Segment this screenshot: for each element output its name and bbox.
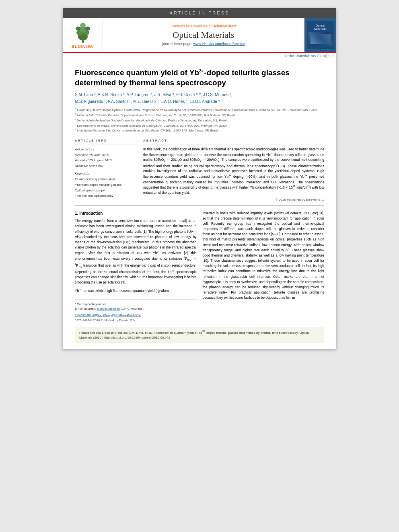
- elsevier-label: ELSEVIER: [72, 45, 93, 49]
- intro-para-2: Yb3+ ion can exhibit high fluorescence q…: [75, 288, 197, 294]
- email-link[interactable]: luishca@uems.br: [97, 307, 120, 310]
- sciencedirect-name: ScienceDirect: [213, 24, 237, 28]
- article-info-column: ARTICLE INFO Article history: Received 1…: [75, 139, 137, 201]
- keywords-list: Fluorescence quantum yield Ytterbium dop…: [75, 177, 137, 198]
- journal-meta: Optical Materials xxx (2016) 1–7: [63, 53, 336, 59]
- copyright-footer: 0925-3467/© 2016 Published by Elsevier B…: [75, 318, 197, 323]
- doi-line: http://dx.doi.org/10.1016/j.optmat.2016.…: [75, 312, 197, 317]
- article-history: Article history: Received 15 June 2016 A…: [75, 147, 137, 168]
- journal-header: ELSEVIER Contents lists available at Sci…: [63, 18, 336, 53]
- journal-name: Optical Materials: [173, 30, 234, 40]
- elsevier-logo-area: ELSEVIER: [63, 18, 103, 52]
- abstract-header: ABSTRACT: [143, 139, 324, 142]
- banner-text: ARTICLE IN PRESS: [170, 10, 230, 15]
- email-note: E-mail address: luishca@uems.br (L.H.C. …: [75, 306, 197, 311]
- article-info-divider: [75, 144, 137, 144]
- journal-thumbnail: Optical Materials: [304, 18, 336, 52]
- content-area: Fluorescence quantum yield of Yb3+-doped…: [63, 59, 336, 349]
- article-info-header: ARTICLE INFO: [75, 139, 137, 142]
- affiliations: a Grupo de Espectroscopia Óptica e Fotot…: [75, 107, 324, 133]
- abstract-text: In this work, the combination of three d…: [143, 147, 324, 195]
- article-title: Fluorescence quantum yield of Yb3+-doped…: [75, 68, 324, 88]
- sciencedirect-link: Contents lists available at ScienceDirec…: [171, 24, 237, 28]
- elsevier-tree-icon: [71, 21, 95, 43]
- intro-section-title: 1. Introduction: [75, 210, 197, 217]
- intro-para-1: The energy transfer from a sensitizer io…: [75, 218, 197, 285]
- journal-title-area: Contents lists available at ScienceDirec…: [103, 18, 304, 52]
- homepage-link[interactable]: www.elsevier.com/locate/optmat: [193, 42, 245, 46]
- corresponding-author-note: * Corresponding author.: [75, 302, 197, 307]
- svg-point-7: [80, 23, 86, 28]
- page: ARTICLE IN PRESS ELSEVIER Contents lists…: [63, 8, 336, 349]
- abstract-copyright: © 2016 Published by Elsevier B.V.: [143, 198, 324, 201]
- article-in-press-banner: ARTICLE IN PRESS: [63, 8, 336, 18]
- cite-bar: Please cite this article in press as: S.…: [75, 327, 324, 343]
- svg-point-6: [85, 27, 90, 31]
- footnote-area: * Corresponding author. E-mail address: …: [75, 300, 197, 323]
- journal-homepage: journal homepage: www.elsevier.com/locat…: [162, 42, 245, 46]
- abstract-column: ABSTRACT In this work, the combination o…: [143, 139, 324, 201]
- keywords-label: Keywords:: [75, 172, 137, 175]
- intro-col-left: 1. Introduction The energy transfer from…: [75, 210, 197, 323]
- header-divider: [75, 136, 324, 136]
- body-divider: [75, 205, 324, 206]
- article-info-abstract: ARTICLE INFO Article history: Received 1…: [75, 139, 324, 201]
- intro-col2-para-1: inserted in hosts with reduced impurity …: [203, 210, 325, 301]
- authors: S.M. Lima a, A.K.R. Souza a, A.P. Langar…: [75, 91, 324, 105]
- introduction-section: 1. Introduction The energy transfer from…: [75, 210, 324, 323]
- doi-link[interactable]: http://dx.doi.org/10.1016/j.optmat.2016.…: [75, 313, 141, 316]
- svg-point-5: [76, 27, 80, 31]
- abstract-divider: [143, 144, 324, 144]
- intro-col-right: inserted in hosts with reduced impurity …: [203, 210, 325, 323]
